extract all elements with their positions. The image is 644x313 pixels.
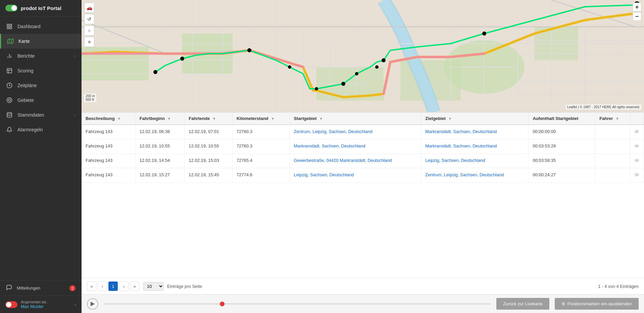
eye-icon-1[interactable]: 👁 <box>634 143 640 149</box>
cell-fahrer <box>595 168 630 183</box>
timeline-scrubber[interactable] <box>220 302 225 306</box>
filter-ziel-icon[interactable]: ▼ <box>448 117 452 121</box>
cell-eye: 👁 <box>630 139 644 154</box>
svg-point-54 <box>382 58 386 62</box>
svg-point-15 <box>8 99 10 101</box>
cell-aufenthalt: 00:03:53:28 <box>529 139 595 154</box>
trips-table: Beschreibung ▼ Fahrtbeginn ▼ Fahrtende ▼ <box>82 113 644 183</box>
per-page-label: Einträge pro Seite <box>167 284 202 289</box>
sidebar-item-dashboard[interactable]: Dashboard <box>0 19 82 34</box>
pagination: « ‹ 1 › » 10 25 50 Einträge pro Seite 1 … <box>82 278 644 294</box>
col-kilometerstand: Kilometerstand ▼ <box>232 113 290 125</box>
cell-startgebiet: Zentrum, Leipzig, Sachsen, Deutschland <box>290 125 421 139</box>
svg-point-55 <box>375 65 379 69</box>
map-attribution: Leaflet | © 1987 - 2017 HERE All rights … <box>566 105 641 110</box>
user-info: Angemeldet als: Max Muster <box>21 300 71 309</box>
svg-point-57 <box>341 82 345 86</box>
svg-rect-10 <box>7 68 12 73</box>
map-controls-left: 🚗 ↺ ○ ≡ <box>84 3 94 47</box>
page-prev-button[interactable]: ‹ <box>98 281 107 291</box>
app-title: prodot IoT Portal <box>21 5 61 11</box>
svg-point-53 <box>482 32 486 36</box>
svg-point-14 <box>7 98 12 103</box>
bottom-bar: Zurück zur Livekarte ⚙ Positionsmarken e… <box>82 294 644 313</box>
sidebar-header: prodot IoT Portal <box>0 0 82 16</box>
sidebar-item-label-scoring: Scoring <box>17 68 76 73</box>
filter-beschreibung-icon[interactable]: ▼ <box>117 117 121 121</box>
map-car-button[interactable]: 🚗 <box>84 3 94 13</box>
sidebar-item-label-zeitplaene: Zeitpläne <box>17 83 76 88</box>
cell-beschreibung: Fahrzeug 143 <box>82 154 135 168</box>
scale-500ft: 500 ft <box>86 98 95 102</box>
table-row[interactable]: Fahrzeug 143 12.02.19, 06:38 12.02.19, 0… <box>82 125 644 139</box>
svg-point-16 <box>7 113 12 114</box>
filter-fahrer-icon[interactable]: ▼ <box>615 117 619 121</box>
cell-kilometerstand: 72760.3 <box>232 125 290 139</box>
user-label: Angemeldet als: <box>21 300 71 304</box>
eye-icon-3[interactable]: 👁 <box>634 172 640 178</box>
page-next-button[interactable]: › <box>119 281 129 291</box>
table-row[interactable]: Fahrzeug 143 12.02.19, 14:54 12.02.19, 1… <box>82 154 644 168</box>
filter-fahrtbeginn-icon[interactable]: ▼ <box>167 117 171 121</box>
eye-icon-2[interactable]: 👁 <box>634 158 640 164</box>
filter-km-icon[interactable]: ▼ <box>271 117 275 121</box>
user-status-toggle[interactable] <box>5 301 17 308</box>
page-last-button[interactable]: » <box>130 281 139 291</box>
app-toggle[interactable] <box>5 5 17 11</box>
table-row[interactable]: Fahrzeug 143 12.02.19, 10:55 12.02.19, 1… <box>82 139 644 154</box>
page-size-select[interactable]: 10 25 50 <box>143 282 164 291</box>
map-zoom-in-button[interactable]: + <box>633 3 641 11</box>
sidebar-item-stammdaten[interactable]: Stammdaten › <box>0 108 82 122</box>
scoring-icon <box>6 67 13 74</box>
mitteilungen-label: Mitteilungen <box>17 286 40 291</box>
cell-eye: 👁 <box>630 154 644 168</box>
sidebar-item-zeitplaene[interactable]: Zeitpläne <box>0 78 82 93</box>
svg-rect-2 <box>7 27 9 29</box>
sidebar-collapse-button[interactable]: ‹ <box>75 302 76 307</box>
svg-rect-1 <box>10 24 12 26</box>
berichte-arrow-icon: › <box>74 54 76 58</box>
cell-fahrtbeginn: 12.02.19, 15:27 <box>135 168 185 183</box>
playback-button[interactable] <box>87 298 98 310</box>
sidebar-item-karte[interactable]: Karte <box>0 34 82 49</box>
table-body: Fahrzeug 143 12.02.19, 06:38 12.02.19, 0… <box>82 125 644 183</box>
sidebar-item-alarmregeln[interactable]: Alarmregeln <box>0 122 82 137</box>
map-icon <box>7 38 14 45</box>
svg-point-56 <box>355 72 358 75</box>
sidebar-item-gebiete[interactable]: Gebiete <box>0 93 82 108</box>
sidebar-item-label-karte: Karte <box>18 39 76 44</box>
map-circle-button[interactable]: ○ <box>84 25 94 36</box>
sidebar-item-berichte[interactable]: Berichte › <box>0 49 82 63</box>
cell-fahrtbeginn: 12.02.19, 14:54 <box>135 154 185 168</box>
col-startgebiet: Startgebiet ▼ <box>290 113 421 125</box>
sidebar-footer: Angemeldet als: Max Muster ‹ <box>0 296 82 313</box>
svg-point-61 <box>180 57 184 61</box>
clock-icon <box>6 82 13 89</box>
chart-icon <box>6 53 13 59</box>
table-header-row: Beschreibung ▼ Fahrtbeginn ▼ Fahrtende ▼ <box>82 113 644 125</box>
livemap-button[interactable]: Zurück zur Livekarte <box>496 298 549 310</box>
markers-button[interactable]: ⚙ Positionsmarken ein-/ausblenden <box>555 298 639 310</box>
table-wrapper[interactable]: Beschreibung ▼ Fahrtbeginn ▼ Fahrtende ▼ <box>82 113 644 278</box>
filter-fahrtende-icon[interactable]: ▼ <box>212 117 216 121</box>
dashboard-icon <box>6 23 13 30</box>
mitteilungen-badge: 2 <box>69 285 76 291</box>
map-history-button[interactable]: ↺ <box>84 14 94 24</box>
table-row[interactable]: Fahrzeug 143 12.02.19, 15:27 12.02.19, 1… <box>82 168 644 183</box>
mitteilungen-icon <box>6 285 12 292</box>
timeline-bar[interactable] <box>104 303 491 305</box>
map-zoom-out-button[interactable]: − <box>633 12 641 21</box>
mitteilungen-item[interactable]: Mitteilungen 2 <box>0 280 82 296</box>
col-aufenthalt: Aufenthalt Startgebiet <box>529 113 595 125</box>
sidebar-item-scoring[interactable]: Scoring <box>0 63 82 78</box>
map-container[interactable]: 🚗 ↺ ○ ≡ + − 200 m 500 ft Leaflet | © 198… <box>82 0 644 112</box>
page-1-button[interactable]: 1 <box>108 281 118 291</box>
eye-icon-0[interactable]: 👁 <box>634 129 640 135</box>
filter-start-icon[interactable]: ▼ <box>319 117 323 121</box>
cell-startgebiet: Markranstädt, Sachsen, Deutschland <box>290 139 421 154</box>
cell-fahrtbeginn: 12.02.19, 10:55 <box>135 139 185 154</box>
map-layers-button[interactable]: ≡ <box>84 37 94 47</box>
page-first-button[interactable]: « <box>87 281 96 291</box>
map-svg <box>82 0 644 112</box>
pagination-info: 1 - 4 von 4 Einträgen <box>598 284 639 289</box>
